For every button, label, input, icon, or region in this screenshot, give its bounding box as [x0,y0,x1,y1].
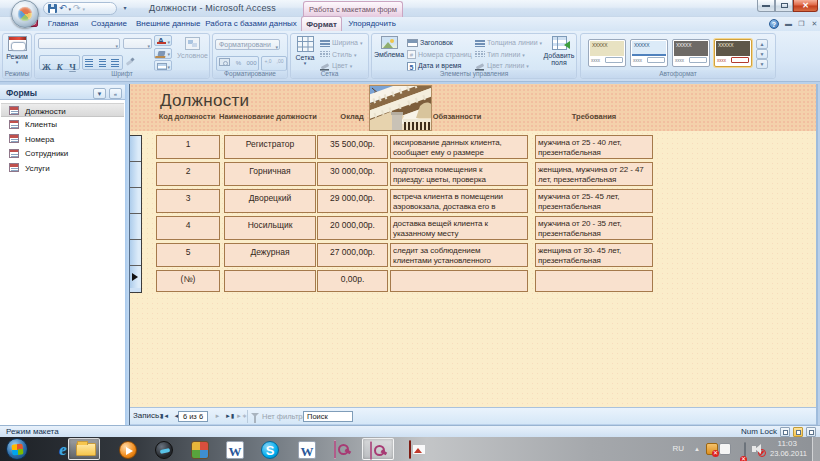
cell-salary[interactable]: 0,00р. [317,270,388,292]
tab-Внешние данные[interactable]: Внешние данные [136,17,198,31]
cell-name[interactable]: Дворецкий [224,189,316,213]
cell-req[interactable]: женщина от 30- 45 лет, презентабельная [535,243,653,267]
cell-code[interactable]: 3 [156,189,220,213]
help-button[interactable]: ? [769,19,779,29]
nav-item-Должности[interactable]: Должности [1,103,124,117]
document-minimize-button[interactable]: ▬ [783,20,794,29]
autoformat-style-1[interactable]: XXXXXxxxx [588,39,626,67]
conditional-formatting-button[interactable]: Условное [176,37,209,59]
new-record-icon[interactable]: ►∗ [236,411,247,422]
cell-name[interactable] [224,270,316,292]
taskbar-red-image-app[interactable] [402,438,434,460]
hotel-photo[interactable] [369,85,432,131]
cell-req[interactable] [535,270,653,292]
taskbar-explorer[interactable] [68,438,100,460]
cell-duties[interactable]: подготовка помещения к приезду: цветы, п… [390,162,528,186]
autoformat-more-icon[interactable]: ▼ [756,59,768,69]
record-selector-segment[interactable] [130,162,141,188]
record-selector-segment[interactable] [130,266,141,288]
tab-Упорядочить[interactable]: Упорядочить [346,17,398,31]
tab-Работа с базами данных[interactable]: Работа с базами данных [205,17,297,31]
cell-req[interactable]: мужчина от 25 - 40 лет, презентабельная [535,135,653,159]
thousands-button[interactable]: 000 [245,57,258,70]
grid-style-button[interactable]: Стиль▾ [320,49,356,60]
cell-duties[interactable] [390,270,528,292]
last-record-icon[interactable]: ►▮ [224,411,235,422]
decrease-decimals-button[interactable]: ,00 [274,57,286,70]
logo-button[interactable]: Эмблема [374,36,404,58]
nav-item-Клиенты[interactable]: Клиенты [1,118,124,132]
undo-dropdown-icon[interactable]: ▾ [69,6,72,12]
taskbar-access[interactable] [327,438,359,460]
nav-item-Сотрудники[interactable]: Сотрудники [1,147,124,161]
taskbar-color-app[interactable] [184,438,216,460]
cell-code[interactable]: (№) [156,270,220,292]
first-record-icon[interactable]: ▮◄ [159,411,170,422]
percent-button[interactable]: % [232,57,245,70]
design-view-button[interactable] [806,427,816,437]
number-format-combo[interactable]: Форматировани▾ [215,39,280,50]
nav-item-Номера[interactable]: Номера [1,132,124,146]
form-view-button[interactable] [780,427,790,437]
cell-duties[interactable]: иксирование данных клиента, сообщает ему… [390,135,528,159]
cell-code[interactable]: 4 [156,216,220,240]
tab-Создание[interactable]: Создание [86,17,132,31]
taskbar-word-document[interactable]: W [291,438,323,460]
page-numbers-button[interactable]: #Номера страниц [407,49,472,60]
fill-color-button[interactable]: ▾ [154,48,172,59]
network-icon[interactable] [744,442,746,461]
currency-button[interactable] [217,57,232,70]
taskbar-word[interactable]: W [219,438,251,460]
redo-icon[interactable]: ↷ [73,4,81,13]
align-right-button[interactable] [109,56,122,69]
cell-salary[interactable]: 27 000,00р. [317,243,388,267]
search-field[interactable]: Поиск [303,411,353,422]
line-type-button[interactable]: Тип линии▾ [475,49,525,60]
grid-width-button[interactable]: Ширина▾ [320,37,362,48]
clock-time[interactable]: 11:03 [778,439,797,448]
record-selector-segment[interactable] [130,214,141,240]
save-icon[interactable] [48,4,57,13]
language-indicator[interactable]: RU [672,444,684,453]
record-selector-segment[interactable] [130,136,141,162]
start-button[interactable] [6,438,28,460]
layout-view-button[interactable] [793,427,803,437]
next-record-icon[interactable]: ► [212,411,223,422]
qat-customize-button[interactable]: ▾ [120,4,130,14]
underline-button[interactable]: Ч [66,56,79,69]
taskbar-hp-tools[interactable] [148,438,180,460]
cell-name[interactable]: Горничная [224,162,316,186]
redo-dropdown-icon[interactable]: ▾ [83,6,86,12]
cell-req[interactable]: женщина, мужчина от 22 - 47 лет, презент… [535,162,653,186]
document-restore-button[interactable]: ❐ [796,20,807,29]
show-desktop-button[interactable] [812,437,820,461]
record-selector-segment[interactable] [130,188,141,214]
font-color-button[interactable]: A▾ [154,35,172,46]
autoformat-style-3[interactable]: XXXXXxxxx [672,39,710,67]
cell-salary[interactable]: 30 000,00р. [317,162,388,186]
cell-duties[interactable]: встреча клиента в помещении аэровокзала,… [390,189,528,213]
taskbar-media-player[interactable] [112,438,144,460]
office-button[interactable] [11,0,39,28]
taskbar-access-active[interactable] [362,438,394,460]
view-mode-button[interactable]: Режим ▾ [4,36,30,65]
cell-salary[interactable]: 35 500,00р. [317,135,388,159]
align-left-button[interactable] [83,56,96,69]
add-fields-button[interactable]: Добавить поля [542,36,576,66]
line-thickness-button[interactable]: Толщина линии▾ [475,37,542,48]
italic-button[interactable]: К [53,56,66,69]
tab-Главная[interactable]: Главная [44,17,82,31]
hidden-icons-icon[interactable]: ▲ [694,446,700,452]
cell-code[interactable]: 5 [156,243,220,267]
navigation-pane-header[interactable]: Формы ▼ « [0,84,125,100]
format-painter-icon[interactable] [125,57,134,66]
form-title[interactable]: Должности [160,91,249,111]
taskbar-skype[interactable]: S [254,438,286,460]
cell-duties[interactable]: доставка вещей клиента к указанному мест… [390,216,528,240]
undo-icon[interactable]: ↶ [59,4,67,13]
cell-name[interactable]: Носильщик [224,216,316,240]
clock-date[interactable]: 23.06.2011 [770,449,807,458]
tab-Формат[interactable]: Формат [301,16,342,31]
font-size-combo[interactable]: ▾ [123,38,152,49]
gridlines-button[interactable]: Сетка ▾ [293,36,317,66]
